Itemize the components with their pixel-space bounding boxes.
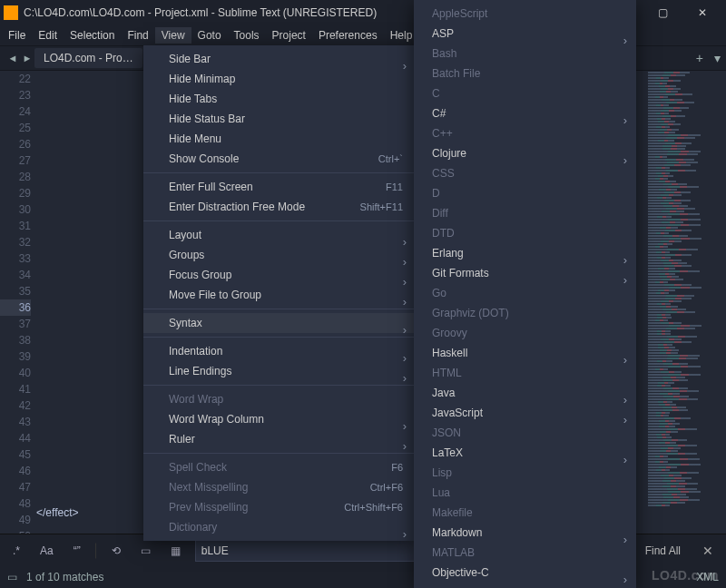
view-menu-prev-misspelling: Prev MisspellingCtrl+Shift+F6 <box>143 497 416 517</box>
minimap[interactable] <box>644 71 726 523</box>
view-menu-hide-minimap[interactable]: Hide Minimap <box>143 69 416 89</box>
view-menu-hide-menu[interactable]: Hide Menu <box>143 129 416 149</box>
panel-switch-icon[interactable]: ▭ <box>7 571 17 583</box>
line-number-gutter: 2223242526272829303132333435363738394041… <box>0 71 36 523</box>
view-menu-word-wrap-column[interactable]: Word Wrap Column <box>143 409 416 429</box>
line-number: 22 <box>0 71 31 87</box>
syntax-markdown[interactable]: Markdown <box>414 523 636 543</box>
view-menu-focus-group[interactable]: Focus Group <box>143 265 416 285</box>
view-menu-hide-status-bar[interactable]: Hide Status Bar <box>143 109 416 129</box>
line-number: 47 <box>0 479 31 495</box>
menu-separator <box>143 337 416 338</box>
find-all-button[interactable]: Find All <box>638 542 688 560</box>
syntax-asp[interactable]: ASP <box>414 24 636 44</box>
syntax-objective-c[interactable]: Objective-C <box>414 563 636 583</box>
line-number: 24 <box>0 103 31 120</box>
line-number: 42 <box>0 397 31 414</box>
menu-goto[interactable]: Goto <box>191 27 228 44</box>
syntax-javascript[interactable]: JavaScript <box>414 403 636 423</box>
view-menu-groups[interactable]: Groups <box>143 245 416 265</box>
syntax-latex[interactable]: LaTeX <box>414 443 636 463</box>
menu-separator <box>143 453 416 454</box>
tab-menu-button[interactable]: ▾ <box>709 51 726 65</box>
line-number: 35 <box>0 283 31 299</box>
view-menu-next-misspelling: Next MisspellingCtrl+F6 <box>143 477 416 497</box>
view-menu-dropdown: Side BarHide MinimapHide TabsHide Status… <box>143 45 416 541</box>
view-menu-side-bar[interactable]: Side Bar <box>143 49 416 69</box>
syntax-c-[interactable]: C# <box>414 103 636 123</box>
menu-find[interactable]: Find <box>121 27 154 44</box>
syntax-clojure[interactable]: Clojure <box>414 143 636 163</box>
line-number: 23 <box>0 87 31 103</box>
line-number: 49 <box>0 512 31 528</box>
highlight-toggle[interactable]: ▦ <box>165 541 186 561</box>
menu-tools[interactable]: Tools <box>228 27 266 44</box>
syntax-indicator[interactable]: XML <box>696 571 719 583</box>
line-number: 26 <box>0 136 31 152</box>
view-menu-move-file-to-group[interactable]: Move File to Group <box>143 285 416 305</box>
menu-project[interactable]: Project <box>266 27 312 44</box>
line-number: 40 <box>0 365 31 381</box>
menu-file[interactable]: File <box>2 27 32 44</box>
menu-separator <box>143 172 416 173</box>
tab-label: LO4D.com - Pro… <box>44 52 133 64</box>
syntax-git-formats[interactable]: Git Formats <box>414 263 636 283</box>
line-number: 29 <box>0 185 31 201</box>
syntax-batch-file: Batch File <box>414 64 636 83</box>
find-sep <box>95 543 97 559</box>
line-number: 30 <box>0 201 31 218</box>
menu-separator <box>143 220 416 221</box>
maximize-button[interactable]: ▢ <box>643 0 682 25</box>
line-number: 44 <box>0 430 31 446</box>
line-number: 28 <box>0 169 31 185</box>
view-menu-enter-distraction-free-mode[interactable]: Enter Distraction Free ModeShift+F11 <box>143 197 416 217</box>
line-number: 32 <box>0 234 31 250</box>
syntax-c-: C++ <box>414 123 636 143</box>
whole-word-toggle[interactable]: “” <box>68 541 86 561</box>
app-icon <box>4 5 18 20</box>
line-number: 36 <box>0 299 31 316</box>
syntax-applescript: AppleScript <box>414 4 636 24</box>
syntax-dtd: DTD <box>414 223 636 243</box>
line-number: 31 <box>0 218 31 234</box>
syntax-java[interactable]: Java <box>414 383 636 403</box>
view-menu-syntax[interactable]: Syntax <box>143 313 416 333</box>
tab-next-icon[interactable]: ► <box>20 53 34 64</box>
menu-edit[interactable]: Edit <box>32 27 64 44</box>
view-menu-line-endings[interactable]: Line Endings <box>143 361 416 381</box>
menu-view[interactable]: View <box>155 27 191 44</box>
view-menu-ruler[interactable]: Ruler <box>143 429 416 449</box>
line-number: 45 <box>0 446 31 463</box>
tab-prev-icon[interactable]: ◄ <box>5 53 20 64</box>
close-button[interactable]: ✕ <box>682 0 722 25</box>
line-number: 25 <box>0 120 31 136</box>
find-close-button[interactable]: ✕ <box>697 544 719 558</box>
menu-preferences[interactable]: Preferences <box>312 27 384 44</box>
menu-separator <box>143 309 416 309</box>
new-tab-button[interactable]: + <box>691 51 709 65</box>
view-menu-enter-full-screen[interactable]: Enter Full ScreenF11 <box>143 177 416 197</box>
syntax-haskell[interactable]: Haskell <box>414 343 636 363</box>
syntax-lua: Lua <box>414 483 636 503</box>
syntax-css: CSS <box>414 163 636 183</box>
case-toggle[interactable]: Aa <box>34 541 59 561</box>
view-menu-spell-check: Spell CheckF6 <box>143 457 416 477</box>
syntax-go: Go <box>414 283 636 303</box>
view-menu-layout[interactable]: Layout <box>143 225 416 245</box>
in-selection-toggle[interactable]: ▭ <box>135 541 156 561</box>
syntax-d: D <box>414 183 636 203</box>
view-menu-indentation[interactable]: Indentation <box>143 341 416 361</box>
syntax-graphviz-dot-: Graphviz (DOT) <box>414 303 636 323</box>
syntax-diff: Diff <box>414 203 636 223</box>
view-menu-hide-tabs[interactable]: Hide Tabs <box>143 89 416 109</box>
line-number: 41 <box>0 381 31 397</box>
syntax-makefile: Makefile <box>414 503 636 523</box>
wrap-toggle[interactable]: ⟲ <box>106 541 126 561</box>
line-number: 43 <box>0 414 31 430</box>
file-tab[interactable]: LO4D.com - Pro… <box>34 48 142 68</box>
syntax-erlang[interactable]: Erlang <box>414 243 636 263</box>
menu-selection[interactable]: Selection <box>64 27 121 44</box>
regex-toggle[interactable]: .* <box>7 541 25 561</box>
view-menu-show-console[interactable]: Show ConsoleCtrl+` <box>143 149 416 169</box>
line-number: 46 <box>0 463 31 479</box>
